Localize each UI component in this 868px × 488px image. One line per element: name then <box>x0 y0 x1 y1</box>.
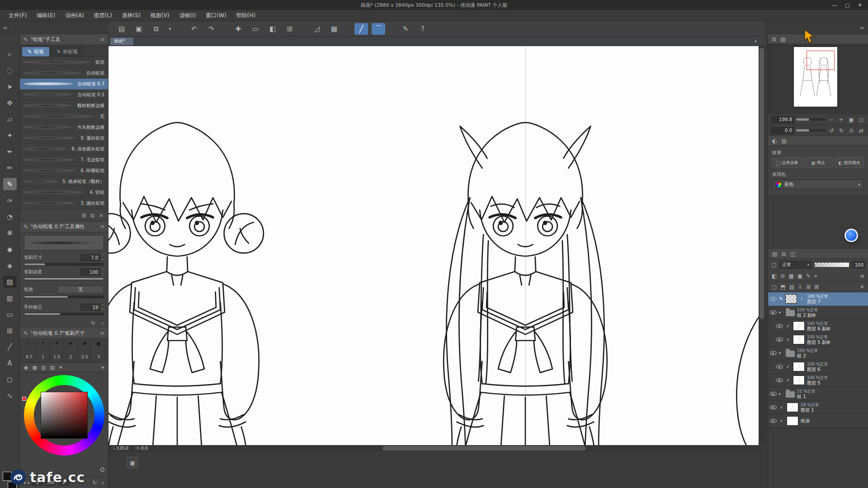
stabilization-slider[interactable] <box>24 313 104 315</box>
brush-tool-icon[interactable]: ✑ <box>3 194 17 206</box>
color-wheel-tab-icon[interactable]: ◉ <box>24 365 28 371</box>
brush-item[interactable]: 3. 抛光铅笔 <box>20 198 108 209</box>
tone-effect-button[interactable]: ▦网点 <box>803 158 833 168</box>
menu-window[interactable]: 窗口(W) <box>201 10 231 21</box>
move-tool-icon[interactable]: ✥ <box>3 97 17 109</box>
rotate-cw-icon[interactable]: ↻ <box>837 127 845 135</box>
color-set-tab-icon[interactable]: ▥ <box>41 365 46 371</box>
visibility-eye-icon[interactable] <box>776 378 783 382</box>
stabilization-value[interactable]: 19 <box>80 304 100 311</box>
size-preset[interactable]: 2.5 <box>78 341 91 361</box>
eraser-tool-icon[interactable]: ◆ <box>3 243 17 255</box>
visibility-eye-icon[interactable] <box>770 351 777 355</box>
fill-tool-icon[interactable]: ▨ <box>3 276 17 288</box>
layer-comp-tab-icon[interactable]: ◫ <box>790 251 795 257</box>
layer-row-folder-closed[interactable]: ▸ 21 %正常组 1 <box>768 387 868 401</box>
layer-row[interactable]: ✓ 100 %正常图层 6 <box>768 360 868 374</box>
check-icon[interactable]: ✓ <box>785 337 791 342</box>
layer-row[interactable]: ✓ 100 %正常图层 5 <box>768 374 868 387</box>
tab-pastel[interactable]: ✎ 粉彩笔 <box>51 47 84 56</box>
vector-correct-icon[interactable]: ✎ <box>399 23 412 35</box>
expression-color-select[interactable]: 彩色 ▾ <box>772 179 864 189</box>
menu-layer[interactable]: 图层(L) <box>89 10 117 21</box>
brush-item[interactable]: 无 <box>20 111 108 122</box>
balloon-tool-icon[interactable]: ◻ <box>3 373 17 385</box>
pencil-tool-icon[interactable]: ✏ <box>3 162 17 174</box>
set-draft-icon[interactable]: ✎ <box>806 273 811 279</box>
detail-search-icon[interactable]: ⌕ <box>101 320 104 326</box>
brush-density-slider[interactable] <box>24 277 104 280</box>
apply-mask-icon[interactable]: ⊠ <box>814 284 819 290</box>
help-icon[interactable]: ? <box>416 23 429 35</box>
tab-pencil[interactable]: ✎ 铅笔 <box>22 47 50 56</box>
menu-view[interactable]: 视图(V) <box>146 10 175 21</box>
paper-texture-value[interactable]: 无 <box>57 286 104 294</box>
lock-layer-icon[interactable]: ⊘ <box>780 273 785 279</box>
grid-icon[interactable]: ▦ <box>327 23 341 35</box>
ruler-range-icon[interactable]: ⌖ <box>814 273 817 279</box>
navigator-view-rect[interactable] <box>807 51 835 70</box>
brush-item[interactable]: 7. 毛边铅笔 <box>20 155 108 165</box>
blend-mode-select[interactable]: 正常 ▾ <box>779 261 812 269</box>
auto-select-tool-icon[interactable]: ✦ <box>3 129 17 141</box>
visibility-eye-icon[interactable] <box>770 297 777 301</box>
color-slider-tab-icon[interactable]: ▦ <box>33 365 37 371</box>
navigator-zoom-slider[interactable] <box>796 118 826 121</box>
floating-assistant-button[interactable] <box>844 229 858 242</box>
object-tool-icon[interactable]: ◌ <box>3 64 17 76</box>
horizontal-scroll-thumb[interactable] <box>382 446 586 450</box>
size-preset[interactable]: 1.5 <box>51 341 64 361</box>
layer-menu-icon[interactable]: ≡ <box>860 273 864 279</box>
menu-select[interactable]: 选择(S) <box>117 10 146 21</box>
zoom-tool-icon[interactable]: ⌕ <box>3 48 17 60</box>
check-icon[interactable]: ✓ <box>799 296 805 301</box>
crop-icon[interactable]: ⊞ <box>283 23 297 35</box>
check-icon[interactable]: ✓ <box>785 378 791 383</box>
brush-item[interactable]: 8. 深色圆头铅笔 <box>20 144 108 155</box>
airbrush-tool-icon[interactable]: ◔ <box>3 211 17 223</box>
new-vector-layer-icon[interactable]: ⬒ <box>780 284 785 290</box>
blend-tool-icon[interactable]: ◈ <box>3 259 17 272</box>
navigator-rotation-value[interactable]: 0.0 <box>771 127 794 134</box>
search-icon[interactable]: ⌕ <box>101 479 104 486</box>
rotate-ccw-icon[interactable]: ↺ <box>827 127 835 135</box>
layer-thumbnail[interactable] <box>793 362 805 371</box>
frame-tool-icon[interactable]: ⊞ <box>3 324 17 337</box>
selection-tool-icon[interactable]: ▱ <box>3 113 17 125</box>
layer-opacity-slider[interactable] <box>814 262 849 267</box>
layer-thumbnail[interactable] <box>787 416 798 426</box>
pen-tool-icon[interactable]: ✒ <box>3 145 17 158</box>
layer-thumbnail[interactable] <box>785 294 797 304</box>
figure-tool-icon[interactable]: ▭ <box>3 308 17 320</box>
brush-item[interactable]: 颗粒粗糙边缘 <box>20 100 108 111</box>
enable-mask-icon[interactable]: ▣ <box>797 273 802 279</box>
visibility-eye-icon[interactable] <box>770 310 777 314</box>
lock-alpha-icon[interactable]: ▩ <box>788 273 793 279</box>
panel-menu-icon[interactable]: ⋮ <box>10 25 14 30</box>
pencil-b-tool-icon[interactable]: ✎ <box>3 178 17 190</box>
brush-item[interactable]: 自动铅笔 0.5 <box>20 89 108 100</box>
operation-tool-icon[interactable]: ➤ <box>3 80 17 93</box>
navigator-rotation-slider[interactable] <box>796 129 826 131</box>
size-preset[interactable]: 2 <box>64 341 77 361</box>
stepper-down-icon[interactable]: ⌄ <box>101 272 104 275</box>
layer-thumbnail[interactable] <box>793 321 805 331</box>
menu-filter[interactable]: 滤镜(I) <box>174 10 201 21</box>
check-icon[interactable]: ✓ <box>779 405 784 410</box>
actual-size-icon[interactable]: ◻ <box>857 116 865 124</box>
panel-dropdown-icon[interactable]: ▾ <box>101 365 104 371</box>
maximize-button[interactable]: ▢ <box>841 0 854 10</box>
canvas-tab[interactable]: 插画* <box>110 38 133 45</box>
brush-item[interactable]: 方头粗糙边缘 <box>20 122 108 133</box>
brush-item[interactable]: 5. 线条铅笔（颗粒） <box>20 176 108 187</box>
brush-density-value[interactable]: 100 <box>80 268 100 276</box>
menu-edit[interactable]: 编辑(E) <box>32 10 60 21</box>
fit-screen-icon[interactable]: ▣ <box>847 116 855 124</box>
collapse-left-icon[interactable]: ≪ <box>3 25 7 30</box>
color-history-tab-icon[interactable]: ✦ <box>59 365 63 371</box>
panel-menu-icon[interactable]: ≡ <box>100 224 104 230</box>
tool-navigation-tab-icon[interactable]: ▤ <box>781 138 786 144</box>
color-mixer-tab-icon[interactable]: ▨ <box>50 365 54 371</box>
menu-file[interactable]: 文件(F) <box>4 10 32 21</box>
refresh-icon[interactable]: ↻ <box>92 479 97 486</box>
